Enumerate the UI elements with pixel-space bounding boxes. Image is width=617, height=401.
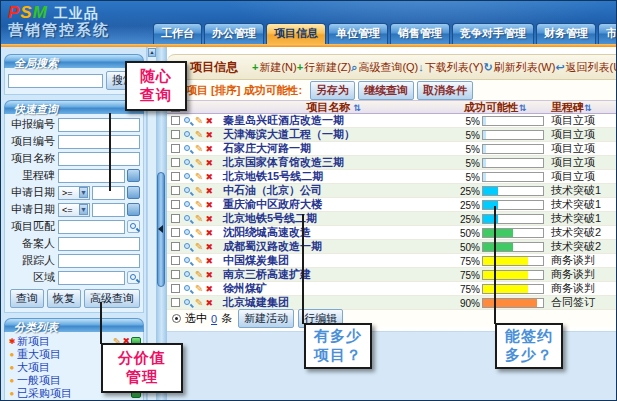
new-button[interactable]: +新建(N) [252,60,297,75]
project-name-link[interactable]: 石家庄大河路一期 [223,142,311,154]
row-checkbox[interactable] [171,256,180,265]
delete-icon[interactable]: ✖ [205,298,213,308]
view-icon[interactable] [183,200,193,210]
edit-icon[interactable]: ✎ [195,228,203,238]
tab-project-info[interactable]: 项目信息 [266,23,326,44]
edit-icon[interactable]: ✎ [195,242,203,252]
view-icon[interactable] [183,172,193,182]
view-icon[interactable] [183,130,193,140]
delete-icon[interactable]: ✖ [205,158,213,168]
project-name-link[interactable]: 秦皇岛兴旺酒店改造一期 [223,114,344,126]
edit-icon[interactable]: ✎ [195,256,203,266]
project-match-input[interactable] [58,220,125,234]
edit-icon[interactable]: ✎ [195,144,203,154]
table-row[interactable]: ✎✖北京城建集团90%合同签订 [167,296,617,310]
milestone-input[interactable] [58,169,125,183]
tab-finance[interactable]: 财务管理 [536,23,596,44]
table-row[interactable]: ✎✖北京地铁5号线二期25%技术突破1 [167,212,617,226]
edit-icon[interactable]: ✎ [195,116,203,126]
table-row[interactable]: ✎✖北京地铁15号线二期5%项目立项 [167,170,617,184]
row-checkbox[interactable] [171,130,180,139]
tracker-input[interactable] [58,254,140,268]
project-no-input[interactable] [58,135,140,149]
delete-icon[interactable]: ✖ [205,200,213,210]
delete-icon[interactable]: ✖ [205,284,213,294]
adv-search-button[interactable]: ⌕高级查询(Q) [351,60,418,75]
declare-no-input[interactable] [58,118,140,132]
table-row[interactable]: ✎✖中国煤炭集团75%商务谈判 [167,254,617,268]
edit-icon[interactable]: ✎ [195,172,203,182]
tab-office[interactable]: 办公管理 [204,23,264,44]
table-row[interactable]: ✎✖徐州煤矿75%商务谈判 [167,282,617,296]
project-name-link[interactable]: 天津海滨大道工程（一期） [223,128,355,140]
edit-icon[interactable]: ✎ [195,214,203,224]
row-checkbox[interactable] [171,186,180,195]
delete-icon[interactable]: ✖ [205,144,213,154]
project-name-link[interactable]: 北京地铁15号线二期 [223,170,323,182]
project-name-link[interactable]: 中石油（北京）公司 [223,184,322,196]
view-icon[interactable] [183,186,193,196]
milestone-picker-icon[interactable] [127,169,140,182]
view-icon[interactable] [183,256,193,266]
project-name-input[interactable] [58,152,140,166]
delete-icon[interactable]: ✖ [205,270,213,280]
project-name-link[interactable]: 中国煤炭集团 [223,254,289,266]
scroll-up-icon[interactable]: ▲ [148,48,156,57]
table-row[interactable]: ✎✖天津海滨大道工程（一期）5%项目立项 [167,128,617,142]
row-checkbox[interactable] [171,214,180,223]
edit-icon[interactable]: ✎ [195,270,203,280]
project-name-link[interactable]: 沈阳绕城高速改造 [223,226,311,238]
region-search-icon[interactable] [127,271,140,284]
apply-date-to-operator-select[interactable]: <=▼ [58,203,90,217]
table-row[interactable]: ✎✖成都蜀汉路改造一期50%技术突破2 [167,240,617,254]
delete-icon[interactable]: ✖ [205,186,213,196]
view-icon[interactable] [183,144,193,154]
col-header-name[interactable]: 项目名称 [306,101,350,113]
project-name-link[interactable]: 徐州煤矿 [223,282,267,294]
refresh-list-button[interactable]: ↻刷新列表(W) [483,60,555,75]
collapse-left-icon[interactable] [158,225,163,233]
row-new-button[interactable]: +行新建(Z) [297,60,351,75]
view-icon[interactable] [183,116,193,126]
project-name-link[interactable]: 南京三桥高速扩建 [223,268,311,280]
save-as-button[interactable]: 另存为 [310,81,355,100]
return-list-button[interactable]: ↩返回列表(U) [555,60,617,75]
edit-icon[interactable]: ✎ [195,298,203,308]
download-list-button[interactable]: ↓下载列表(Y) [418,60,483,75]
tab-unit[interactable]: 单位管理 [328,23,388,44]
delete-icon[interactable]: ✖ [205,130,213,140]
new-activity-button[interactable]: 新建活动 [238,309,294,328]
table-row[interactable]: ✎✖重庆渝中区政府大楼25%技术突破1 [167,198,617,212]
delete-icon[interactable]: ✖ [205,116,213,126]
delete-icon[interactable]: ✖ [205,172,213,182]
col-header-milestone[interactable]: 里程碑 [551,101,584,113]
sort-icon[interactable]: ⇅ [353,103,361,113]
project-name-link[interactable]: 重庆渝中区政府大楼 [223,198,322,210]
table-row[interactable]: ✎✖南京三桥高速扩建75%商务谈判 [167,268,617,282]
edit-icon[interactable]: ✎ [195,130,203,140]
apply-date-from-operator-select[interactable]: >=▼ [58,186,90,200]
region-input[interactable] [58,271,125,285]
row-checkbox[interactable] [171,298,180,307]
row-checkbox[interactable] [171,144,180,153]
cancel-condition-button[interactable]: 取消条件 [417,81,473,100]
delete-icon[interactable]: ✖ [205,214,213,224]
tab-market[interactable]: 市场管理 [598,23,617,44]
row-checkbox[interactable] [171,172,180,181]
continue-query-button[interactable]: 继续查询 [358,81,414,100]
view-icon[interactable] [183,284,193,294]
reset-button[interactable]: 恢复 [47,289,81,308]
view-icon[interactable] [183,214,193,224]
global-search-input[interactable] [8,74,103,88]
selected-radio[interactable] [172,314,181,323]
apply-date-to-calendar-icon[interactable] [127,203,140,216]
sort-icon[interactable]: ⇅ [584,103,592,113]
apply-date-to-input[interactable] [92,203,125,217]
sort-icon[interactable]: ⇅ [519,103,527,113]
row-checkbox[interactable] [171,270,180,279]
table-row[interactable]: ✎✖北京国家体育馆改造三期5%项目立项 [167,156,617,170]
tab-sales[interactable]: 销售管理 [390,23,450,44]
row-checkbox[interactable] [171,284,180,293]
row-checkbox[interactable] [171,228,180,237]
query-button[interactable]: 查询 [10,289,44,308]
